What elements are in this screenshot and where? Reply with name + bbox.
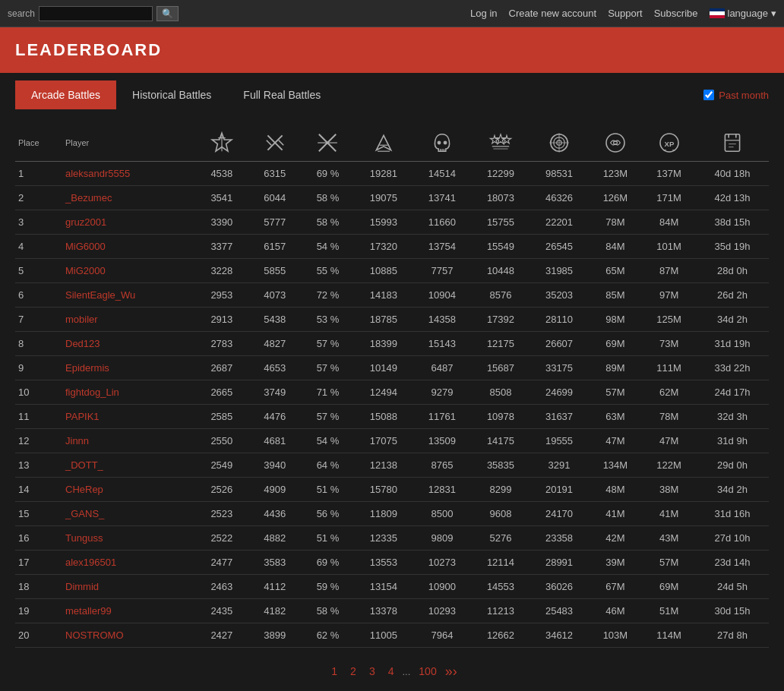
player-cell[interactable]: alex196501 bbox=[62, 551, 195, 575]
player-cell[interactable]: MiG6000 bbox=[62, 235, 195, 259]
place-cell: 11 bbox=[15, 405, 62, 429]
player-cell[interactable]: PAPIK1 bbox=[62, 405, 195, 429]
table-row: 17alex1965012477358369 %1355310273121142… bbox=[15, 551, 769, 575]
assists-cell: 12299 bbox=[471, 162, 530, 186]
tab-historical-battles[interactable]: Historical Battles bbox=[116, 80, 227, 109]
kills-cell: 13378 bbox=[354, 599, 413, 623]
player-cell[interactable]: mobiler bbox=[62, 308, 195, 332]
next-page-arrows[interactable]: »› bbox=[445, 664, 457, 680]
deaths-cell: 15143 bbox=[413, 332, 471, 356]
player-cell[interactable]: fightdog_Lin bbox=[62, 380, 195, 405]
ground-cell: 98531 bbox=[530, 162, 588, 186]
player-link[interactable]: fightdog_Lin bbox=[65, 387, 119, 398]
player-cell[interactable]: aleksandr5555 bbox=[62, 162, 195, 186]
language-button[interactable]: language ▾ bbox=[710, 8, 777, 19]
player-link[interactable]: _GANS_ bbox=[65, 508, 104, 519]
score-cell: 2953 bbox=[195, 283, 248, 308]
tab-arcade-battles[interactable]: Arcade Battles bbox=[15, 80, 116, 109]
tabs-row: Arcade Battles Historical Battles Full R… bbox=[15, 73, 769, 109]
xp-cell: 171M bbox=[642, 186, 696, 210]
table-body: 1aleksandr55554538631569 %19281145141229… bbox=[15, 162, 769, 648]
page-1-link[interactable]: 1 bbox=[327, 663, 342, 680]
place-cell: 15 bbox=[15, 502, 62, 526]
page-100-link[interactable]: 100 bbox=[414, 663, 441, 680]
player-cell[interactable]: Tunguss bbox=[62, 526, 195, 551]
xp-cell: 97M bbox=[642, 283, 696, 308]
player-cell[interactable]: metaller99 bbox=[62, 599, 195, 623]
player-cell[interactable]: Ded123 bbox=[62, 332, 195, 356]
player-link[interactable]: Ded123 bbox=[65, 338, 100, 349]
search-button[interactable]: 🔍 bbox=[156, 6, 179, 21]
table-row: 12Jinnn2550468154 %170751350914175195554… bbox=[15, 429, 769, 453]
table-row: 7mobiler2913543853 %18785143581739228110… bbox=[15, 308, 769, 332]
svg-rect-34 bbox=[725, 134, 739, 151]
player-link[interactable]: NOSTROMO bbox=[65, 629, 124, 641]
rp-cell: 48M bbox=[589, 478, 643, 502]
player-cell[interactable]: gruz2001 bbox=[62, 210, 195, 235]
player-link[interactable]: alex196501 bbox=[65, 557, 116, 568]
player-cell[interactable]: _Bezumec bbox=[62, 186, 195, 210]
player-link[interactable]: _DOTT_ bbox=[65, 459, 103, 471]
winrate-cell: 71 % bbox=[302, 380, 355, 405]
player-cell[interactable]: _DOTT_ bbox=[62, 453, 195, 478]
player-link[interactable]: CHeRep bbox=[65, 484, 103, 495]
score-cell: 2687 bbox=[195, 356, 248, 380]
player-link[interactable]: MiG2000 bbox=[65, 265, 106, 276]
support-link[interactable]: Support bbox=[608, 8, 643, 19]
player-link[interactable]: Tunguss bbox=[65, 532, 103, 544]
assists-cell: 35835 bbox=[471, 453, 530, 478]
past-month-label[interactable]: Past month bbox=[719, 90, 769, 101]
xp-cell: 47M bbox=[642, 429, 696, 453]
deaths-cell: 8765 bbox=[413, 453, 471, 478]
player-cell[interactable]: Jinnn bbox=[62, 429, 195, 453]
assists-cell: 5276 bbox=[471, 526, 530, 551]
page-3-link[interactable]: 3 bbox=[365, 663, 380, 680]
assists-cell: 10448 bbox=[471, 259, 530, 283]
battles-cell: 3583 bbox=[248, 551, 302, 575]
player-cell[interactable]: _GANS_ bbox=[62, 502, 195, 526]
rp-cell: 78M bbox=[589, 210, 643, 235]
assists-cell: 17392 bbox=[471, 308, 530, 332]
subscribe-link[interactable]: Subscribe bbox=[654, 8, 698, 19]
player-cell[interactable]: MiG2000 bbox=[62, 259, 195, 283]
create-account-link[interactable]: Create new account bbox=[509, 8, 597, 19]
table-row: 11PAPIK12585447657 %15088117611097831637… bbox=[15, 405, 769, 429]
page-4-link[interactable]: 4 bbox=[384, 663, 399, 680]
score-cell: 2427 bbox=[195, 623, 248, 648]
player-link[interactable]: SilentEagle_Wu bbox=[65, 289, 135, 301]
player-cell[interactable]: CHeRep bbox=[62, 478, 195, 502]
score-cell: 2526 bbox=[195, 478, 248, 502]
login-link[interactable]: Log in bbox=[470, 8, 497, 19]
xp-cell: 125M bbox=[642, 308, 696, 332]
player-cell[interactable]: NOSTROMO bbox=[62, 623, 195, 648]
page-2-link[interactable]: 2 bbox=[346, 663, 361, 680]
battles-cell: 4882 bbox=[248, 526, 302, 551]
player-link[interactable]: mobiler bbox=[65, 314, 98, 325]
rp-cell: 39M bbox=[589, 551, 643, 575]
search-input[interactable] bbox=[39, 6, 153, 21]
deaths-cell: 14358 bbox=[413, 308, 471, 332]
deaths-cell: 10900 bbox=[413, 575, 471, 599]
past-month-checkbox[interactable] bbox=[703, 90, 714, 100]
player-cell[interactable]: SilentEagle_Wu bbox=[62, 283, 195, 308]
assists-cell: 12114 bbox=[471, 551, 530, 575]
winrate-cell: 57 % bbox=[302, 405, 355, 429]
player-link[interactable]: _Bezumec bbox=[65, 192, 112, 204]
place-cell: 6 bbox=[15, 283, 62, 308]
player-cell[interactable]: Epidermis bbox=[62, 356, 195, 380]
winrate-cell: 51 % bbox=[302, 478, 355, 502]
player-cell[interactable]: Dimmid bbox=[62, 575, 195, 599]
battles-cell: 6157 bbox=[248, 235, 302, 259]
time-cell: 40d 18h bbox=[696, 162, 769, 186]
tab-full-real-battles[interactable]: Full Real Battles bbox=[227, 80, 337, 109]
player-link[interactable]: metaller99 bbox=[65, 605, 112, 617]
winrate-cell: 59 % bbox=[302, 575, 355, 599]
player-link[interactable]: gruz2001 bbox=[65, 216, 106, 228]
player-link[interactable]: Jinnn bbox=[65, 435, 89, 446]
player-link[interactable]: PAPIK1 bbox=[65, 411, 100, 422]
player-link[interactable]: Epidermis bbox=[65, 362, 109, 374]
player-link[interactable]: aleksandr5555 bbox=[65, 168, 130, 179]
battles-cell: 6315 bbox=[248, 162, 302, 186]
player-link[interactable]: Dimmid bbox=[65, 581, 99, 592]
player-link[interactable]: MiG6000 bbox=[65, 241, 106, 252]
